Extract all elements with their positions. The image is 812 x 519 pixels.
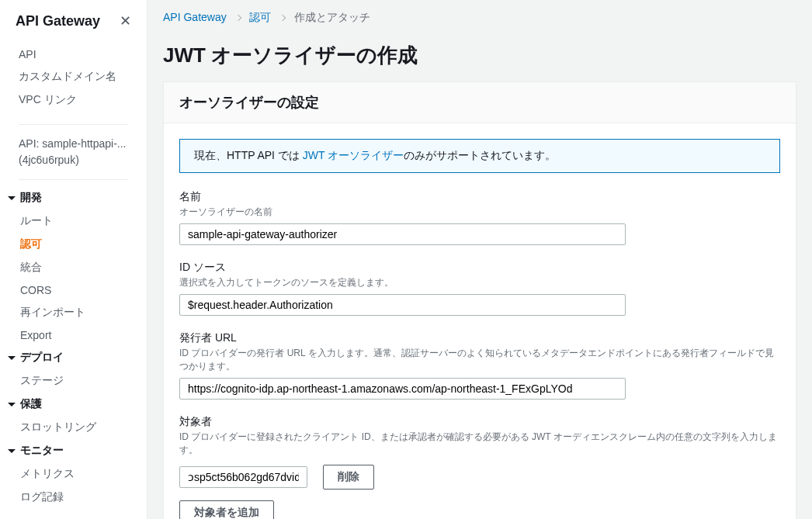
idsrc-label: ID ソース — [179, 261, 780, 275]
selected-api-label[interactable]: API: sample-httpapi-... (4jc6u6rpuk) — [0, 131, 147, 173]
page-title: JWT オーソライザーの作成 — [163, 42, 796, 69]
nav-item-export[interactable]: Export — [20, 324, 147, 346]
main-content: API Gateway 認可 作成とアタッチ JWT オーソライザーの作成 オー… — [147, 0, 812, 519]
sidebar-header: API Gateway ✕ — [0, 12, 147, 37]
close-icon[interactable]: ✕ — [120, 12, 131, 29]
sidebar: API Gateway ✕ API カスタムドメイン名 VPC リンク API:… — [0, 0, 147, 519]
nav-item-reimport[interactable]: 再インポート — [20, 301, 147, 324]
field-idsource: ID ソース 選択式を入力してトークンのソースを定義します。 — [179, 261, 780, 316]
sidebar-title: API Gateway — [16, 13, 100, 29]
info-link[interactable]: JWT オーソライザー — [303, 149, 404, 161]
breadcrumb-root[interactable]: API Gateway — [163, 11, 227, 23]
nav-item-authorization[interactable]: 認可 — [20, 233, 147, 256]
nav-item-api[interactable]: API — [0, 43, 147, 65]
breadcrumb: API Gateway 認可 作成とアタッチ — [163, 11, 796, 25]
nav-item-metrics[interactable]: メトリクス — [20, 462, 147, 486]
divider — [19, 124, 128, 125]
nav-item-stages[interactable]: ステージ — [20, 369, 147, 393]
nav-item-logging[interactable]: ログ記録 — [20, 486, 147, 509]
caret-down-icon — [8, 196, 16, 200]
audience-row: 削除 — [179, 465, 780, 490]
group-monitor[interactable]: モニター — [0, 439, 147, 462]
group-develop-label: 開発 — [20, 191, 42, 205]
info-box: 現在、HTTP API では JWT オーソライザーのみがサポートされています。 — [179, 139, 780, 173]
sidebar-top-nav: API カスタムドメイン名 VPC リンク — [0, 37, 147, 118]
group-monitor-label: モニター — [20, 444, 64, 458]
field-name: 名前 オーソライザーの名前 — [179, 190, 780, 245]
panel-header: オーソライザーの設定 — [164, 82, 796, 123]
group-deploy-label: デプロイ — [20, 351, 64, 365]
aud-label: 対象者 — [179, 415, 780, 429]
divider — [19, 179, 128, 180]
nav-item-integrations[interactable]: 統合 — [20, 256, 147, 279]
add-audience-button[interactable]: 対象者を追加 — [179, 500, 274, 519]
name-desc: オーソライザーの名前 — [179, 206, 780, 219]
delete-audience-button[interactable]: 削除 — [323, 465, 374, 490]
breadcrumb-current: 作成とアタッチ — [294, 11, 370, 23]
nav-item-custom-domain[interactable]: カスタムドメイン名 — [0, 65, 147, 88]
audience-input[interactable] — [179, 466, 307, 488]
caret-down-icon — [8, 356, 16, 360]
issuer-desc: ID プロバイダーの発行者 URL を入力します。通常、認証サーバーのよく知られ… — [179, 347, 780, 373]
name-input[interactable] — [179, 223, 626, 245]
group-protect-label: 保護 — [20, 397, 42, 411]
nav-item-throttling[interactable]: スロットリング — [20, 416, 147, 439]
caret-down-icon — [8, 449, 16, 453]
chevron-right-icon — [236, 11, 241, 23]
caret-down-icon — [8, 403, 16, 407]
chevron-right-icon — [280, 11, 285, 23]
group-develop[interactable]: 開発 — [0, 186, 147, 209]
nav-item-cors[interactable]: CORS — [20, 279, 147, 301]
aud-desc: ID プロバイダーに登録されたクライアント ID、または承認者が確認する必要があ… — [179, 431, 780, 457]
nav-item-vpc-link[interactable]: VPC リンク — [0, 88, 147, 112]
info-text-after: のみがサポートされています。 — [404, 149, 556, 161]
issuer-input[interactable] — [179, 378, 626, 400]
info-text-before: 現在、HTTP API では — [194, 149, 303, 161]
idsrc-desc: 選択式を入力してトークンのソースを定義します。 — [179, 276, 780, 289]
field-issuer: 発行者 URL ID プロバイダーの発行者 URL を入力します。通常、認証サー… — [179, 331, 780, 400]
group-protect[interactable]: 保護 — [0, 393, 147, 416]
breadcrumb-level2[interactable]: 認可 — [249, 11, 271, 23]
idsrc-input[interactable] — [179, 294, 626, 316]
name-label: 名前 — [179, 190, 780, 204]
authorizer-panel: オーソライザーの設定 現在、HTTP API では JWT オーソライザーのみが… — [163, 81, 796, 519]
issuer-label: 発行者 URL — [179, 331, 780, 345]
nav-item-routes[interactable]: ルート — [20, 209, 147, 233]
field-audience: 対象者 ID プロバイダーに登録されたクライアント ID、または承認者が確認する… — [179, 415, 780, 457]
group-deploy[interactable]: デプロイ — [0, 346, 147, 369]
